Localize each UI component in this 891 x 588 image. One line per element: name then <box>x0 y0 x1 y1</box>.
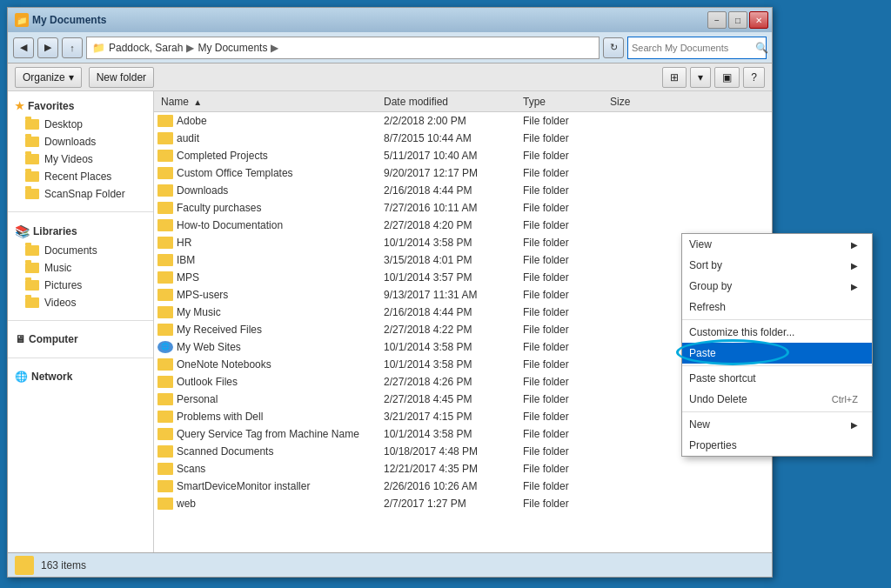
sidebar-item-videos[interactable]: Videos <box>8 294 153 311</box>
file-name-text: Scanned Documents <box>177 445 273 458</box>
explorer-window: 📁 My Documents − □ ✕ ◀ ▶ ↑ 📁 Paddock, Sa… <box>7 7 773 578</box>
context-menu-item-group-by[interactable]: Group by▶ <box>682 276 872 297</box>
sidebar-item-documents[interactable]: Documents <box>8 242 153 259</box>
file-name: Problems with Dell <box>157 411 384 423</box>
sidebar-item-scansnap[interactable]: ScanSnap Folder <box>8 185 153 203</box>
refresh-button[interactable]: ↻ <box>603 37 624 58</box>
file-name-text: Problems with Dell <box>177 411 263 423</box>
table-row[interactable]: Custom Office Templates 9/20/2017 12:17 … <box>154 164 772 182</box>
file-list[interactable]: Adobe 2/2/2018 2:00 PM File folder audit… <box>154 112 772 552</box>
ctx-item-label: Group by <box>689 280 732 292</box>
table-row[interactable]: audit 8/7/2015 10:44 AM File folder <box>154 130 772 147</box>
table-row[interactable]: Adobe 2/2/2018 2:00 PM File folder <box>154 112 772 130</box>
network-header[interactable]: 🌐 Network <box>8 367 153 386</box>
folder-icon-addr: 📁 <box>92 42 105 54</box>
context-menu-item-new[interactable]: New▶ <box>682 414 872 435</box>
file-date: 2/7/2017 1:27 PM <box>384 498 523 510</box>
pictures-label: Pictures <box>44 279 82 291</box>
table-row[interactable]: OneNote Notebooks 10/1/2014 3:58 PM File… <box>154 356 772 373</box>
file-name-text: My Received Files <box>177 324 262 336</box>
context-menu-item-view[interactable]: View▶ <box>682 234 872 255</box>
folder-icon <box>157 358 173 371</box>
sidebar-item-myvideos[interactable]: My Videos <box>8 150 153 168</box>
file-date: 10/1/2014 3:58 PM <box>384 341 523 353</box>
view-toggle-button[interactable]: ⊞ <box>662 67 687 88</box>
table-row[interactable]: Downloads 2/16/2018 4:44 PM File folder <box>154 182 772 199</box>
maximize-button[interactable]: □ <box>728 11 747 29</box>
context-menu-item-undo-delete[interactable]: Undo DeleteCtrl+Z <box>682 389 872 410</box>
search-input[interactable] <box>632 43 752 53</box>
file-date: 8/7/2015 10:44 AM <box>384 132 523 144</box>
back-button[interactable]: ◀ <box>13 37 34 58</box>
help-button[interactable]: ? <box>743 67 765 88</box>
table-row[interactable]: Scans 12/21/2017 4:35 PM File folder <box>154 460 772 478</box>
table-row[interactable]: MPS-users 9/13/2017 11:31 AM File folder <box>154 286 772 304</box>
organize-button[interactable]: Organize ▾ <box>15 67 82 88</box>
recentplaces-label: Recent Places <box>44 170 111 183</box>
sidebar-item-downloads[interactable]: Downloads <box>8 133 153 150</box>
computer-label: Computer <box>29 333 78 345</box>
context-menu-item-properties[interactable]: Properties <box>682 435 872 456</box>
column-headers: Name ▲ Date modified Type Size <box>154 91 772 112</box>
submenu-arrow-icon: ▶ <box>851 240 858 250</box>
file-name-text: Custom Office Templates <box>177 167 293 179</box>
table-row[interactable]: Outlook Files 2/27/2018 4:26 PM File fol… <box>154 373 772 391</box>
new-folder-button[interactable]: New folder <box>89 67 154 88</box>
col-date-header[interactable]: Date modified <box>384 96 523 108</box>
col-size-header[interactable]: Size <box>610 96 662 108</box>
close-button[interactable]: ✕ <box>749 11 768 29</box>
up-button[interactable]: ↑ <box>62 37 83 58</box>
table-row[interactable]: web 2/7/2017 1:27 PM File folder <box>154 495 772 512</box>
sidebar-item-pictures[interactable]: Pictures <box>8 277 153 294</box>
search-box[interactable]: 🔍 <box>627 37 767 59</box>
table-row[interactable]: How-to Documentation 2/27/2018 4:20 PM F… <box>154 217 772 234</box>
table-row[interactable]: Faculty purchases 7/27/2016 10:11 AM Fil… <box>154 199 772 217</box>
table-row[interactable]: SmartDeviceMonitor installer 2/26/2016 1… <box>154 478 772 495</box>
file-name-text: MPS-users <box>177 289 228 301</box>
favorites-header[interactable]: ★ Favorites <box>8 97 153 116</box>
view-arrow-button[interactable]: ▾ <box>690 67 711 88</box>
address-path[interactable]: 📁 Paddock, Sarah ▶ My Documents ▶ <box>86 37 600 59</box>
libraries-header[interactable]: 📚 Libraries <box>8 221 153 242</box>
sidebar-item-music[interactable]: Music <box>8 259 153 277</box>
sidebar-item-recentplaces[interactable]: Recent Places <box>8 168 153 185</box>
toolbar-right: ⊞ ▾ ▣ ? <box>662 67 765 88</box>
context-menu-item-paste-shortcut[interactable]: Paste shortcut <box>682 368 872 389</box>
sidebar-item-desktop[interactable]: Desktop <box>8 116 153 133</box>
libraries-icon: 📚 <box>15 224 30 238</box>
file-name-text: Scans <box>177 463 205 475</box>
file-name-text: My Music <box>177 306 221 318</box>
table-row[interactable]: MPS 10/1/2014 3:57 PM File folder <box>154 269 772 286</box>
file-name-text: MPS <box>177 271 199 284</box>
file-date: 10/1/2014 3:58 PM <box>384 358 523 371</box>
table-row[interactable]: Query Service Tag from Machine Name 10/1… <box>154 425 772 443</box>
table-row[interactable]: Problems with Dell 3/21/2017 4:15 PM Fil… <box>154 408 772 425</box>
col-name-header[interactable]: Name ▲ <box>157 96 384 108</box>
pictures-icon <box>25 280 39 291</box>
file-date: 10/1/2014 3:58 PM <box>384 237 523 249</box>
table-row[interactable]: 🌐 My Web Sites 10/1/2014 3:58 PM File fo… <box>154 338 772 356</box>
col-type-header[interactable]: Type <box>523 96 610 108</box>
ctx-item-label: Paste shortcut <box>689 372 756 384</box>
file-date: 2/16/2018 4:44 PM <box>384 306 523 318</box>
forward-button[interactable]: ▶ <box>37 37 58 58</box>
context-menu-item-customize-this-folder...[interactable]: Customize this folder... <box>682 322 872 343</box>
preview-pane-button[interactable]: ▣ <box>714 67 740 88</box>
folder-icon <box>157 324 173 336</box>
minimize-button[interactable]: − <box>707 11 727 29</box>
table-row[interactable]: Personal 2/27/2018 4:45 PM File folder <box>154 391 772 408</box>
table-row[interactable]: My Music 2/16/2018 4:44 PM File folder <box>154 304 772 321</box>
context-menu-item-sort-by[interactable]: Sort by▶ <box>682 255 872 276</box>
context-menu-item-paste[interactable]: Paste <box>682 343 872 364</box>
computer-header[interactable]: 🖥 Computer <box>8 330 153 349</box>
table-row[interactable]: Completed Projects 5/11/2017 10:40 AM Fi… <box>154 147 772 164</box>
status-bar: 163 items <box>8 552 772 577</box>
context-menu-item-refresh[interactable]: Refresh <box>682 297 872 317</box>
table-row[interactable]: HR 10/1/2014 3:58 PM File folder <box>154 234 772 251</box>
table-row[interactable]: IBM 3/15/2018 4:01 PM File folder <box>154 251 772 269</box>
ctx-item-label: Undo Delete <box>689 393 747 405</box>
file-name: Outlook Files <box>157 376 384 388</box>
table-row[interactable]: Scanned Documents 10/18/2017 4:48 PM Fil… <box>154 443 772 460</box>
file-name-text: Downloads <box>177 184 228 197</box>
table-row[interactable]: My Received Files 2/27/2018 4:22 PM File… <box>154 321 772 338</box>
